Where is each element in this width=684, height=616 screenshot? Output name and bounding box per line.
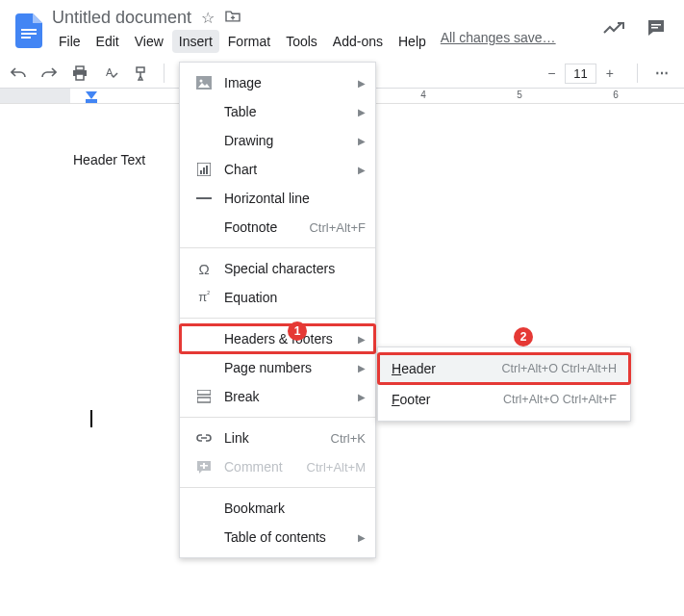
- insert-menu-dropdown: Image▶Table▶Drawing▶Chart▶Horizontal lin…: [179, 62, 376, 558]
- svg-rect-17: [197, 390, 211, 395]
- menu-item-equation[interactable]: π²Equation: [180, 283, 375, 312]
- menu-item-special-characters[interactable]: ΩSpecial characters: [180, 254, 375, 283]
- menu-format[interactable]: Format: [221, 30, 277, 53]
- menu-addons[interactable]: Add-ons: [326, 30, 390, 53]
- menu-item-label: Equation: [224, 290, 366, 305]
- break-icon: [193, 390, 215, 403]
- menu-insert[interactable]: Insert: [172, 30, 219, 53]
- image-icon: [193, 76, 215, 90]
- toolbar-more-icon[interactable]: ⋯: [649, 65, 676, 81]
- changes-saved-link[interactable]: All changes save…: [441, 30, 556, 53]
- submenu-label: Header: [392, 361, 502, 376]
- menu-item-drawing[interactable]: Drawing▶: [180, 126, 375, 155]
- svg-rect-16: [196, 197, 212, 199]
- menubar: File Edit View Insert Format Tools Add-o…: [52, 30, 672, 53]
- menu-help[interactable]: Help: [392, 30, 433, 53]
- menu-item-bookmark[interactable]: Bookmark: [180, 494, 375, 523]
- menu-edit[interactable]: Edit: [89, 30, 126, 53]
- submenu-arrow-icon: ▶: [358, 136, 366, 146]
- menu-item-label: Comment: [224, 459, 307, 475]
- pi-icon: π²: [193, 290, 215, 304]
- submenu-arrow-icon: ▶: [358, 107, 366, 117]
- toolbar-separator: [164, 64, 165, 83]
- ruler-label: 5: [517, 90, 522, 100]
- submenu-item-footer[interactable]: FooterCtrl+Alt+O Ctrl+Alt+F: [378, 384, 630, 415]
- font-size-input[interactable]: 11: [565, 64, 595, 84]
- menu-shortcut: Ctrl+Alt+M: [307, 460, 366, 475]
- submenu-arrow-icon: ▶: [358, 363, 366, 373]
- menu-item-label: Link: [224, 430, 331, 446]
- menu-view[interactable]: View: [128, 30, 170, 53]
- svg-rect-5: [76, 66, 84, 70]
- link-icon: [193, 434, 215, 442]
- header-text: Header Text: [73, 152, 145, 167]
- menu-item-label: Drawing: [224, 133, 352, 148]
- menu-item-image[interactable]: Image▶: [180, 68, 375, 97]
- activity-icon[interactable]: [603, 21, 624, 38]
- comment-icon: [193, 460, 215, 474]
- svg-rect-21: [203, 463, 205, 469]
- submenu-arrow-icon: ▶: [358, 78, 366, 89]
- menu-item-footnote[interactable]: FootnoteCtrl+Alt+F: [180, 213, 375, 242]
- comments-icon[interactable]: [646, 17, 667, 41]
- ruler-label: 4: [420, 90, 426, 100]
- menu-item-link[interactable]: LinkCtrl+K: [180, 424, 375, 452]
- menu-separator: [180, 417, 375, 418]
- callout-badge-1: 1: [288, 321, 307, 341]
- svg-point-11: [200, 80, 203, 83]
- menu-shortcut: Ctrl+Alt+F: [309, 220, 366, 235]
- menu-item-label: Chart: [224, 162, 352, 177]
- svg-rect-2: [21, 37, 31, 38]
- menu-separator: [180, 487, 375, 488]
- menu-item-horizontal-line[interactable]: Horizontal line: [180, 184, 375, 213]
- svg-rect-18: [197, 398, 211, 402]
- docs-logo[interactable]: [12, 13, 46, 48]
- menu-item-label: Page numbers: [224, 360, 352, 375]
- svg-rect-13: [200, 170, 202, 174]
- move-folder-icon[interactable]: [224, 10, 241, 27]
- submenu-label: Footer: [392, 392, 503, 407]
- redo-icon[interactable]: [38, 63, 60, 84]
- menu-separator: [180, 247, 375, 248]
- submenu-shortcut: Ctrl+Alt+O Ctrl+Alt+F: [503, 393, 617, 406]
- svg-rect-15: [206, 166, 208, 174]
- submenu-shortcut: Ctrl+Alt+O Ctrl+Alt+H: [502, 362, 617, 375]
- menu-shortcut: Ctrl+K: [331, 431, 366, 446]
- document-title[interactable]: Untitled document: [52, 8, 191, 28]
- svg-rect-9: [86, 99, 97, 103]
- svg-rect-1: [21, 33, 37, 35]
- omega-icon: Ω: [193, 261, 215, 277]
- menu-item-table-of-contents[interactable]: Table of contents▶: [180, 523, 375, 552]
- menu-item-label: Table of contents: [224, 529, 352, 545]
- font-size-increase[interactable]: +: [602, 65, 618, 81]
- star-icon[interactable]: ☆: [201, 9, 215, 27]
- menu-file[interactable]: File: [52, 30, 88, 53]
- menu-item-table[interactable]: Table▶: [180, 97, 375, 126]
- callout-badge-2: 2: [514, 327, 533, 346]
- submenu-item-header[interactable]: HeaderCtrl+Alt+O Ctrl+Alt+H: [378, 353, 630, 384]
- text-cursor: [90, 410, 92, 427]
- svg-rect-7: [76, 74, 84, 80]
- menu-item-label: Special characters: [224, 261, 366, 276]
- print-icon[interactable]: [69, 63, 90, 84]
- menu-item-label: Image: [224, 75, 352, 90]
- menu-separator: [180, 318, 375, 319]
- chart-icon: [193, 163, 215, 176]
- menu-item-break[interactable]: Break▶: [180, 382, 375, 411]
- menu-item-comment: CommentCtrl+Alt+M: [180, 452, 375, 481]
- menu-item-headers-footers[interactable]: Headers & footers▶: [180, 324, 375, 353]
- submenu-arrow-icon: ▶: [358, 532, 366, 543]
- svg-rect-0: [21, 29, 37, 31]
- spellcheck-icon[interactable]: A: [100, 63, 121, 84]
- menu-tools[interactable]: Tools: [279, 30, 324, 53]
- svg-rect-14: [203, 167, 205, 174]
- menu-item-chart[interactable]: Chart▶: [180, 155, 375, 184]
- font-size-decrease[interactable]: −: [544, 65, 559, 81]
- paint-format-icon[interactable]: [131, 63, 152, 84]
- menu-item-label: Break: [224, 389, 352, 404]
- menu-item-page-numbers[interactable]: Page numbers▶: [180, 353, 375, 382]
- submenu-arrow-icon: ▶: [358, 392, 366, 402]
- menu-item-label: Horizontal line: [224, 191, 366, 206]
- undo-icon[interactable]: [8, 63, 29, 84]
- ruler-label: 6: [613, 90, 619, 100]
